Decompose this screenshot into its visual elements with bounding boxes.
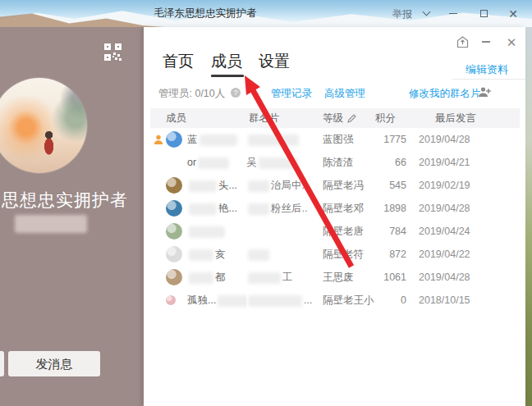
member-name-cell [187,220,246,243]
card-blur-patch [248,203,269,215]
member-name-cell: 孤独... [187,289,246,312]
last-post-cell: 2019/04/24 [419,220,491,243]
member-row[interactable]: 隔壁老唐7842019/04/24 [150,220,520,243]
member-avatar [166,131,182,148]
name-blur-patch [189,203,217,215]
last-post-cell: 2019/04/28 [419,197,491,220]
name-blur-patch [189,226,225,238]
group-avatar[interactable] [0,78,87,173]
last-post-cell: 2019/04/28 [419,128,491,151]
group-info-panel: ✕ 首页 成员 设置 编辑资料 管理员: 0/10人 ? 管理记录 高级管理 修… [144,27,525,406]
last-post-cell: 2019/02/19 [419,174,491,197]
modify-group-card-link[interactable]: 修改我的群名片 [409,87,481,101]
card-blur-patch [248,249,269,261]
member-name-cell: or [187,151,246,174]
manage-records-link[interactable]: 管理记录 [271,87,312,101]
card-blur-patch [259,157,298,169]
member-row[interactable]: 都工王思废10612019/04/28 [150,266,520,289]
desktop-background-strip [525,27,532,406]
group-card-cell: 粉丝后.. [246,197,322,220]
name-blur-patch [200,135,237,146]
last-post-cell: 2019/04/21 [419,151,491,174]
pin-icon[interactable] [454,34,470,50]
name-blur-patch [218,295,246,307]
points-cell: 545 [355,174,406,197]
card-blur-patch [248,295,302,307]
tab-home[interactable]: 首页 [163,51,194,72]
window-titlebar[interactable]: 毛泽东思想忠实拥护者 举报 ✕ [0,0,532,27]
group-number-blur-patch [15,215,87,233]
points-cell: 872 [355,243,406,266]
header-points: 积分 [375,108,396,128]
name-blur-patch [189,180,217,192]
close-icon[interactable]: ✕ [503,34,520,50]
qr-code-icon[interactable] [104,43,122,64]
pencil-icon[interactable] [346,112,357,127]
name-blur-patch [198,157,229,169]
tab-settings[interactable]: 设置 [259,51,290,72]
member-avatar [166,295,176,305]
last-post-cell: 2018/10/15 [419,289,491,312]
member-name-cell: 都 [187,266,246,289]
header-level: 等级 [323,108,343,128]
member-avatar [166,177,182,194]
member-avatar [166,269,182,285]
points-cell: 0 [355,289,406,312]
group-card-cell: 治局中... [246,174,322,197]
member-row[interactable]: 亥隔壁老符8722019/04/22 [150,243,520,266]
minimize-icon[interactable] [446,0,461,27]
card-blur-patch [248,272,281,284]
group-card-cell [246,128,322,151]
member-table-body: 蓝蓝图强17752019/04/28or吴陈渣渣662019/04/21头...… [150,128,520,312]
admin-count-label: 管理员: 0/10人 [158,87,225,101]
name-blur-patch [189,249,213,261]
last-post-cell: 2019/04/22 [419,243,491,266]
points-cell: 1775 [355,128,406,151]
last-post-cell: 2019/04/28 [419,266,491,289]
group-card-cell [246,243,322,266]
member-name-cell: 蓝 [187,128,246,151]
points-cell: 784 [355,220,406,243]
member-table-header: 成员 群名片 等级 积分 最后发言 [150,108,520,128]
report-button[interactable]: 举报 [392,7,412,21]
header-last-post: 最后发言 [435,108,476,128]
send-message-button[interactable]: 发消息 [8,351,100,376]
card-blur-patch [248,180,269,192]
chevron-down-icon[interactable] [419,0,433,27]
divider [452,79,525,80]
maximize-icon[interactable] [476,0,491,27]
owner-badge-icon [154,134,163,148]
active-tab-underline [211,75,244,77]
member-row[interactable]: or吴陈渣渣662019/04/21 [150,151,520,174]
points-cell: 1898 [355,197,406,220]
header-group-card: 群名片 [249,108,280,128]
group-sidebar: 思想忠实拥护者 发消息 [0,27,144,406]
hidden-button-sliver [0,351,4,376]
close-icon[interactable]: ✕ [506,0,521,27]
group-card-cell: 吴 [246,151,322,174]
group-card-cell: ... [246,289,322,312]
member-name-cell: 艳... [187,197,246,220]
member-avatar [166,200,182,217]
member-avatar [166,223,182,239]
help-icon[interactable]: ? [231,88,241,98]
advanced-manage-link[interactable]: 高级管理 [324,87,365,101]
member-row[interactable]: 孤独......隔壁老王小02018/10/15 [150,289,520,312]
tab-members[interactable]: 成员 [211,51,242,72]
card-blur-patch [248,135,299,146]
app-window: 毛泽东思想忠实拥护者 举报 ✕ 思想忠实拥护者 发消息 [0,0,532,406]
member-name-cell: 亥 [187,243,246,266]
member-name-cell: 头... [187,174,246,197]
member-avatar [166,246,182,262]
minimize-icon[interactable] [478,34,494,50]
points-cell: 66 [355,151,406,174]
window-title: 毛泽东思想忠实拥护者 [144,7,267,21]
group-card-cell: 工 [246,266,322,289]
member-row[interactable]: 艳...粉丝后..隔壁老邓18982019/04/28 [150,197,520,220]
person-add-icon[interactable] [478,86,491,102]
edit-profile-link[interactable]: 编辑资料 [466,62,508,77]
group-name: 思想忠实拥护者 [2,189,144,212]
member-row[interactable]: 蓝蓝图强17752019/04/28 [150,128,520,151]
member-row[interactable]: 头...治局中...隔壁老冯5452019/02/19 [150,174,520,197]
header-member: 成员 [166,108,186,128]
